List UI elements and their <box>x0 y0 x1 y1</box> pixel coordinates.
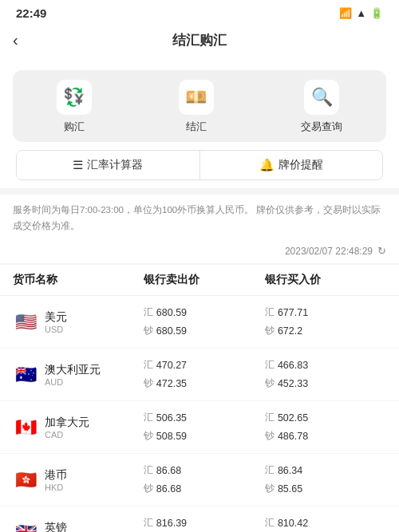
action-label-query: 交易查询 <box>301 120 342 134</box>
action-label-sell: 结汇 <box>186 120 207 134</box>
buy-hui-type-HKD: 汇 <box>265 462 276 480</box>
buy-chao-row-CAD: 钞 486.78 <box>265 428 386 446</box>
table-header: 货币名称 银行卖出价 银行买入价 <box>0 265 399 296</box>
table-row: 🇭🇰 港币 HKD 汇 86.68 钞 86.68 汇 86.34 钞 <box>0 454 399 506</box>
flag-AUD: 🇦🇺 <box>13 362 38 388</box>
action-btn-sell[interactable]: 💴 结汇 <box>179 80 214 134</box>
sell-hui-val-HKD: 86.68 <box>156 462 181 480</box>
buy-hui-row-AUD: 汇 466.83 <box>265 357 386 375</box>
action-icon-buy: 💱 <box>57 80 92 115</box>
buy-hui-val-HKD: 86.34 <box>278 462 302 480</box>
buy-price-GBP: 汇 810.42 钞 785.24 <box>265 514 386 532</box>
tab-alert[interactable]: 🔔 牌价提醒 <box>200 151 383 179</box>
buy-price-USD: 汇 677.71 钞 672.2 <box>265 304 386 340</box>
buy-price-HKD: 汇 86.34 钞 85.65 <box>265 462 386 498</box>
buy-chao-val-CAD: 486.78 <box>278 428 308 446</box>
sell-hui-row-GBP: 汇 816.39 <box>144 514 265 532</box>
sell-hui-val-GBP: 816.39 <box>156 514 187 532</box>
buy-hui-type-CAD: 汇 <box>265 409 276 428</box>
buy-hui-row-HKD: 汇 86.34 <box>265 462 386 480</box>
sell-hui-row-AUD: 汇 470.27 <box>144 357 265 375</box>
wifi-icon: ▲ <box>356 7 366 19</box>
status-bar: 22:49 📶 ▲ 🔋 <box>0 0 399 23</box>
buy-chao-row-AUD: 钞 452.33 <box>265 375 386 393</box>
sell-hui-row-HKD: 汇 86.68 <box>144 462 265 480</box>
buy-hui-val-USD: 677.71 <box>278 304 308 322</box>
tab-calculator[interactable]: ☰ 汇率计算器 <box>17 151 200 179</box>
buy-hui-val-CAD: 502.65 <box>278 409 308 428</box>
buy-chao-row-HKD: 钞 85.65 <box>265 480 386 499</box>
table-row: 🇨🇦 加拿大元 CAD 汇 506.35 钞 508.59 汇 502.65 钞 <box>0 401 399 454</box>
buy-hui-row-USD: 汇 677.71 <box>265 304 386 322</box>
buy-chao-type-CAD: 钞 <box>265 428 276 446</box>
sell-price-USD: 汇 680.59 钞 680.59 <box>144 304 265 340</box>
currency-text-CAD: 加拿大元 CAD <box>45 416 89 439</box>
tab-icon-calculator: ☰ <box>73 158 83 172</box>
currency-rows: 🇺🇸 美元 USD 汇 680.59 钞 680.59 汇 677.71 钞 <box>0 296 399 532</box>
currency-info-CAD: 🇨🇦 加拿大元 CAD <box>13 415 144 440</box>
sell-price-HKD: 汇 86.68 钞 86.68 <box>144 462 265 498</box>
buy-hui-row-GBP: 汇 810.42 <box>265 514 386 532</box>
currency-text-AUD: 澳大利亚元 AUD <box>45 363 101 387</box>
tab-row: ☰ 汇率计算器 🔔 牌价提醒 <box>16 150 383 180</box>
action-icon-query: 🔍 <box>304 80 339 115</box>
action-btn-query[interactable]: 🔍 交易查询 <box>301 80 342 134</box>
action-icon-sell: 💴 <box>179 80 214 115</box>
currency-text-HKD: 港币 HKD <box>45 468 67 492</box>
sell-hui-row-CAD: 汇 506.35 <box>144 409 265 428</box>
sell-chao-type-HKD: 钞 <box>144 480 155 499</box>
currency-info-GBP: 🇬🇧 英镑 GBP <box>13 520 144 532</box>
code-AUD: AUD <box>45 377 101 387</box>
col-header-currency: 货币名称 <box>13 273 144 287</box>
table-row: 🇺🇸 美元 USD 汇 680.59 钞 680.59 汇 677.71 钞 <box>0 296 399 349</box>
page-header: ‹ 结汇购汇 <box>0 23 399 59</box>
info-box: 服务时间为每日7:00-23:00，单位为100外币换算人民币。 牌价仅供参考，… <box>0 195 399 242</box>
sell-hui-type-CAD: 汇 <box>144 409 155 428</box>
sell-hui-type-GBP: 汇 <box>144 514 155 532</box>
sell-chao-val-USD: 680.59 <box>156 322 187 341</box>
sell-chao-row-USD: 钞 680.59 <box>144 322 265 341</box>
refresh-icon[interactable]: ↻ <box>377 245 386 257</box>
buy-chao-row-USD: 钞 672.2 <box>265 322 386 341</box>
cn-name-USD: 美元 <box>45 310 67 325</box>
exchange-rate-table: 货币名称 银行卖出价 银行买入价 🇺🇸 美元 USD 汇 680.59 钞 68… <box>0 265 399 532</box>
sell-hui-row-USD: 汇 680.59 <box>144 304 265 322</box>
back-button[interactable]: ‹ <box>13 31 18 49</box>
sell-chao-type-AUD: 钞 <box>144 375 155 393</box>
timestamp-row: 2023/02/07 22:48:29 ↻ <box>0 242 399 263</box>
flag-HKD: 🇭🇰 <box>13 467 38 493</box>
sell-chao-val-HKD: 86.68 <box>156 480 181 499</box>
buy-hui-row-CAD: 汇 502.65 <box>265 409 386 428</box>
cn-name-CAD: 加拿大元 <box>45 416 89 430</box>
col-header-sell: 银行卖出价 <box>144 273 265 287</box>
buy-chao-val-USD: 672.2 <box>278 322 302 341</box>
sell-hui-type-HKD: 汇 <box>144 462 155 480</box>
tab-label-calculator: 汇率计算器 <box>87 158 143 172</box>
sell-price-CAD: 汇 506.35 钞 508.59 <box>144 409 265 445</box>
flag-USD: 🇺🇸 <box>13 309 38 335</box>
flag-GBP: 🇬🇧 <box>13 520 38 532</box>
buy-chao-val-HKD: 85.65 <box>278 480 302 499</box>
sell-hui-val-AUD: 470.27 <box>156 357 187 375</box>
tab-label-alert: 牌价提醒 <box>279 158 323 172</box>
action-section: 💱 购汇 💴 结汇 🔍 交易查询 ☰ 汇率计算器 🔔 牌价提醒 <box>0 59 399 188</box>
sell-price-AUD: 汇 470.27 钞 472.35 <box>144 357 265 392</box>
flag-CAD: 🇨🇦 <box>13 415 38 440</box>
battery-icon: 🔋 <box>370 7 383 19</box>
action-btn-buy[interactable]: 💱 购汇 <box>57 80 92 134</box>
buy-hui-val-AUD: 466.83 <box>278 357 308 375</box>
page-title: 结汇购汇 <box>172 31 227 49</box>
buy-hui-val-GBP: 810.42 <box>278 514 308 532</box>
cn-name-HKD: 港币 <box>45 468 67 483</box>
info-text: 服务时间为每日7:00-23:00，单位为100外币换算人民币。 牌价仅供参考，… <box>13 205 381 231</box>
signal-icon: 📶 <box>339 7 352 19</box>
code-CAD: CAD <box>45 430 89 439</box>
currency-info-AUD: 🇦🇺 澳大利亚元 AUD <box>13 362 144 388</box>
tab-icon-alert: 🔔 <box>259 158 275 172</box>
code-HKD: HKD <box>45 483 67 492</box>
buy-chao-val-AUD: 452.33 <box>278 375 308 393</box>
buy-price-CAD: 汇 502.65 钞 486.78 <box>265 409 386 445</box>
sell-hui-val-CAD: 506.35 <box>156 409 187 428</box>
sell-hui-type-AUD: 汇 <box>144 357 155 375</box>
action-label-buy: 购汇 <box>64 120 85 134</box>
